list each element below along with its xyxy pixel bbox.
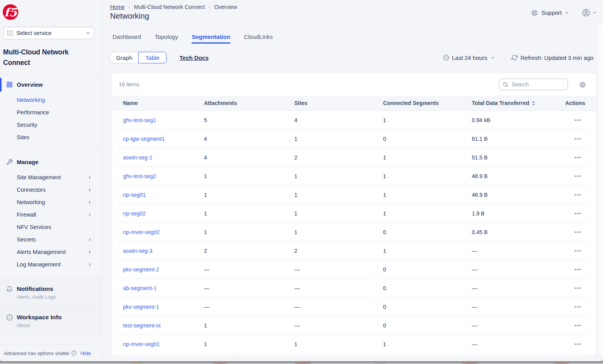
table-body: ghv-test-seg1 5 4 1 0.94 kB cp-tgw-segme… — [112, 111, 596, 354]
grid-dots-icon — [7, 30, 13, 36]
refresh-control[interactable]: Refresh: Updated 3 min ago — [512, 52, 594, 63]
segment-name-link[interactable]: pkv-segment-2 — [118, 266, 199, 273]
attachments-cell: 4 — [199, 136, 290, 142]
row-actions-menu-icon[interactable] — [574, 136, 582, 141]
sidebar-item[interactable]: Connectors — [0, 184, 102, 196]
sidebar-item-label: Site Management — [17, 174, 61, 180]
row-actions-menu-icon[interactable] — [574, 342, 582, 346]
breadcrumb-home[interactable]: Home — [110, 4, 125, 10]
row-actions-menu-icon[interactable] — [574, 267, 582, 272]
tab-label: CloudLinks — [244, 33, 273, 40]
time-range-label: Last 24 hours — [452, 54, 487, 61]
sidebar-item-label: Networking — [17, 97, 45, 103]
segment-name-link[interactable]: ghv-test-seg1 — [118, 117, 199, 123]
row-actions-menu-icon[interactable] — [574, 304, 582, 309]
user-avatar-icon — [582, 9, 590, 17]
sidebar-item[interactable]: Sites — [0, 131, 102, 144]
tab-label: Dashboard — [113, 33, 141, 40]
svg-text:f5: f5 — [4, 6, 18, 19]
account-menu[interactable] — [582, 9, 597, 17]
segment-name-link[interactable]: np-mver-seg01 — [118, 341, 199, 347]
actions-cell — [561, 136, 590, 141]
sort-icon[interactable] — [532, 101, 535, 106]
total-data-cell: — — [467, 266, 561, 273]
hide-link[interactable]: Hide — [81, 350, 91, 356]
tab[interactable]: Dashboard — [113, 33, 141, 42]
actions-cell — [561, 323, 590, 328]
sidebar-section-overview[interactable]: Overview — [0, 77, 102, 92]
chevron-right-icon — [88, 188, 92, 192]
sidebar-item-label: Sites — [17, 134, 29, 140]
segment-name-link[interactable]: ab-segment-1 — [118, 285, 199, 291]
column-header-connected-segments[interactable]: Connected Segments — [378, 100, 467, 106]
row-actions-menu-icon[interactable] — [574, 174, 582, 178]
attachments-cell: — — [199, 266, 290, 273]
column-header-name[interactable]: Name — [118, 100, 199, 106]
sidebar-workspace-info[interactable]: Workspace Info About — [0, 314, 102, 328]
time-range-select[interactable]: Last 24 hours — [443, 52, 495, 63]
row-actions-menu-icon[interactable] — [574, 192, 582, 197]
attachments-cell: 1 — [199, 210, 290, 217]
tab[interactable]: Segmentation — [192, 33, 230, 42]
sidebar-item-label: Networking — [17, 199, 45, 205]
table-card: 16 items Name Attachments Sites — [112, 73, 596, 355]
column-header-sites[interactable]: Sites — [290, 100, 378, 106]
row-actions-menu-icon[interactable] — [574, 155, 582, 160]
sidebar-item[interactable]: NFV Services — [0, 221, 102, 233]
row-actions-menu-icon[interactable] — [574, 286, 582, 290]
segment-name-link[interactable]: np-seg01 — [118, 192, 199, 198]
sidebar-section-label: Overview — [17, 81, 43, 88]
sites-cell: 2 — [290, 154, 378, 161]
sidebar-item[interactable]: Log Management — [0, 258, 102, 271]
total-data-cell: — — [467, 304, 561, 310]
column-header-attachments[interactable]: Attachments — [199, 100, 290, 106]
segment-name-link[interactable]: cp-tgw-segment1 — [118, 136, 199, 142]
sidebar-item[interactable]: Firewall — [0, 208, 102, 221]
row-actions-menu-icon[interactable] — [574, 211, 582, 216]
row-actions-menu-icon[interactable] — [574, 248, 582, 253]
total-data-cell: — — [467, 341, 561, 347]
sidebar-notifications[interactable]: Notifications Alerts, Audit Logs — [0, 285, 102, 300]
tab[interactable]: CloudLinks — [244, 33, 273, 42]
sidebar-item[interactable]: Performance — [0, 106, 102, 119]
sidebar-item[interactable]: Networking — [0, 196, 102, 208]
total-data-cell: — — [467, 285, 561, 291]
segment-name-link[interactable]: np-seg02 — [118, 210, 199, 217]
sidebar-item[interactable]: Networking — [0, 94, 102, 106]
tabs: Dashboard Topology Segmentation CloudLin… — [113, 33, 273, 42]
segment-name-link[interactable]: test-segment-ni — [118, 322, 199, 329]
workspace-info-sub: About — [17, 322, 102, 328]
column-header-total-data[interactable]: Total Data Transferred — [467, 100, 561, 106]
select-service-button[interactable]: Select service — [3, 27, 94, 39]
sidebar-item[interactable]: Site Management — [0, 171, 102, 184]
sidebar-item[interactable]: Security — [0, 119, 102, 131]
sites-cell: 1 — [290, 192, 378, 198]
sidebar-item-label: Log Management — [17, 261, 61, 268]
breadcrumb-service[interactable]: Multi-Cloud Network Connect — [134, 4, 205, 10]
connected-segments-cell: 0 — [378, 322, 467, 329]
row-actions-menu-icon[interactable] — [574, 230, 582, 234]
gear-icon[interactable] — [579, 81, 586, 88]
actions-cell — [561, 267, 590, 272]
manage-items: Site Management Connectors Networking — [0, 171, 102, 271]
actions-cell — [561, 286, 590, 290]
segment-name-link[interactable]: aswin-seg-1 — [118, 154, 199, 161]
scrollbar-track[interactable] — [598, 24, 603, 355]
sidebar-item[interactable]: Alerts Management — [0, 246, 102, 258]
sidebar-item[interactable]: Secrets — [0, 233, 102, 246]
row-actions-menu-icon[interactable] — [574, 118, 582, 122]
tab[interactable]: Topology — [155, 33, 178, 42]
sidebar-section-manage[interactable]: Manage — [0, 154, 102, 170]
row-actions-menu-icon[interactable] — [574, 323, 582, 328]
search-input[interactable] — [512, 81, 562, 88]
breadcrumb: Home Multi-Cloud Network Connect Overvie… — [110, 4, 237, 10]
attachments-cell: — — [199, 285, 290, 291]
wrench-icon — [6, 159, 13, 165]
segment-name-link[interactable]: aswin-seg-3 — [118, 248, 199, 254]
support-menu[interactable]: Support — [531, 9, 569, 16]
search-box — [499, 79, 568, 90]
actions-cell — [561, 118, 590, 122]
segment-name-link[interactable]: pkv-segment-1 — [118, 304, 199, 310]
segment-name-link[interactable]: ghv-test-seg2 — [118, 173, 199, 179]
segment-name-link[interactable]: np-mver-seg02 — [118, 229, 199, 235]
